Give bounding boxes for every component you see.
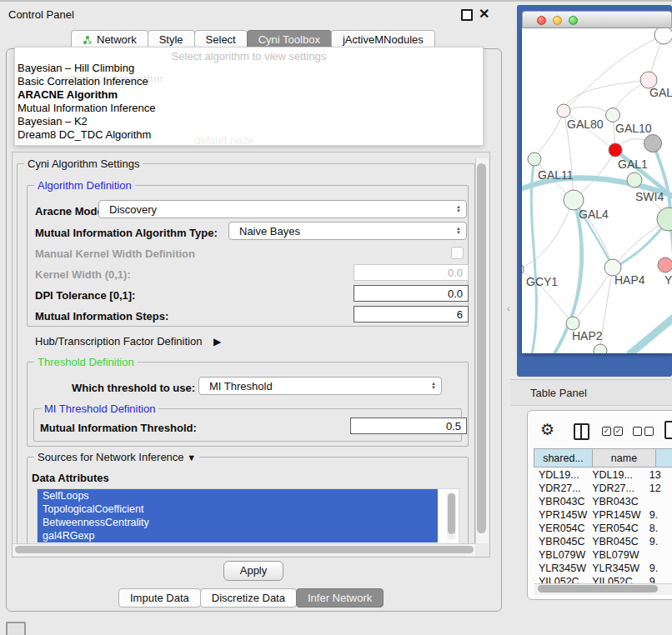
node-label-gal10: GAL10	[615, 122, 652, 135]
splitpane-collapse-icon[interactable]: ‹	[507, 304, 509, 313]
table-row[interactable]: YBR045CYBR045C9.	[534, 535, 672, 548]
table-cell: YBR043C	[534, 495, 588, 508]
manual-kernel-checkbox[interactable]	[451, 247, 464, 259]
tab-discretize-data[interactable]: Discretize Data	[200, 588, 297, 608]
table-cell: YBR045C	[534, 535, 588, 548]
attributes-scrollbar[interactable]	[447, 492, 456, 540]
network-node-y[interactable]	[658, 258, 672, 272]
column-layout-icon[interactable]	[574, 423, 589, 440]
algorithm-select-popup: Select algorithm to view settings Infere…	[14, 47, 484, 146]
expand-right-icon: ▶	[213, 336, 221, 348]
algorithm-option-basic-correlation-inference[interactable]: Basic Correlation Inference	[18, 75, 155, 88]
dpi-tolerance-input[interactable]: 0.0	[354, 285, 469, 302]
hub-factor-expander[interactable]: Hub/Transcription Factor Definition ▶	[35, 335, 221, 348]
table-cell: YLR345W	[534, 562, 588, 575]
tab-impute-data[interactable]: Impute Data	[118, 588, 201, 608]
select-all-checkbox-icon[interactable]: ✓	[614, 427, 623, 436]
control-panel-title: Control Panel	[8, 8, 74, 21]
float-panel-icon[interactable]	[461, 9, 473, 21]
algorithm-option-bayesian-hill-climbing[interactable]: Bayesian – Hill Climbing	[18, 62, 155, 75]
table-row[interactable]: YLR345WYLR345W9.	[534, 562, 672, 575]
table-cell: YBL079W	[534, 548, 588, 562]
table-row[interactable]: YIL052CYIL052C9	[534, 575, 672, 583]
node-label-hap2: HAP2	[572, 329, 603, 342]
algorithm-option-bayesian-k2[interactable]: Bayesian – K2	[18, 115, 155, 128]
node-label-gal1: GAL1	[618, 158, 648, 171]
network-canvas[interactable]: GALGAL80GAL10GAL1GAL11SWI4GAL4GCY1HAP4YH…	[522, 28, 672, 353]
algorithm-option-aracne-algorithm[interactable]: ARACNE Algorithm	[18, 88, 155, 102]
network-node[interactable]	[594, 344, 607, 353]
network-node-gcy1[interactable]	[522, 262, 524, 276]
table-row[interactable]: YBR043CYBR043C	[534, 495, 672, 508]
table-row[interactable]: YDR27...YDR27...12	[534, 482, 672, 495]
settings-horizontal-scrollbar-thumb[interactable]	[15, 546, 474, 553]
table-cell: YDR27...	[534, 482, 588, 495]
network-node-gal11[interactable]	[528, 152, 541, 166]
which-threshold-combobox[interactable]: MI Threshold ▲▼	[198, 377, 442, 395]
close-icon[interactable]: ✕	[479, 6, 489, 22]
manual-kernel-label: Manual Kernel Width Definition	[35, 248, 195, 260]
table-cell: YBR045C	[588, 535, 646, 548]
network-window-titlebar[interactable]	[522, 11, 672, 28]
algorithm-option-dream8-dc-tdc-algorithm[interactable]: Dream8 DC_TDC Algorithm	[18, 128, 155, 142]
kernel-width-input[interactable]: 0.0	[354, 264, 469, 281]
stepper-arrows-icon: ▲▼	[431, 382, 441, 390]
network-node-gal1[interactable]	[609, 143, 622, 157]
mi-threshold-legend: MI Threshold Definition	[41, 402, 158, 415]
network-node-gal10[interactable]	[606, 108, 620, 122]
network-node-hap2[interactable]	[566, 317, 579, 330]
gear-icon[interactable]: ⚙	[540, 420, 554, 439]
attribute-item-betweennesscentrality[interactable]: BetweennessCentrality	[38, 516, 438, 529]
algorithm-option-mutual-information-inference[interactable]: Mutual Information Inference	[18, 102, 155, 115]
sources-legend[interactable]: Sources for Network Inference ▼	[34, 451, 199, 463]
close-traffic-light-icon[interactable]	[537, 16, 546, 25]
export-table-icon[interactable]	[664, 421, 672, 439]
data-attributes-list[interactable]: SelfLoopsTopologicalCoefficientBetweenne…	[37, 488, 459, 545]
table-cell: YER054C	[588, 522, 646, 535]
threshold-definition-legend: Threshold Definition	[34, 356, 138, 368]
table-body: YDL19...YDL19...13YDR27...YDR27...12YBR0…	[534, 468, 672, 583]
apply-button[interactable]: Apply	[223, 561, 283, 581]
attribute-item-topologicalcoefficient[interactable]: TopologicalCoefficient	[38, 502, 438, 516]
select-all-checkbox-icon[interactable]: ✓	[602, 427, 611, 436]
table-row[interactable]: YPR145WYPR145W9.	[534, 508, 672, 522]
aracne-mode-combobox[interactable]: Discovery ▲▼	[98, 200, 467, 218]
table-row[interactable]: YER054CYER054C8.	[534, 522, 672, 535]
attribute-item-selfloops[interactable]: SelfLoops	[38, 489, 438, 502]
table-cell: YDL19...	[588, 468, 646, 482]
attribute-item-gal4rgexp[interactable]: gal4RGexp	[38, 529, 438, 542]
attributes-scrollbar-thumb[interactable]	[448, 493, 455, 534]
mi-threshold-input[interactable]: 0.5	[350, 418, 467, 434]
table-cell	[646, 548, 672, 562]
node-label-gal80: GAL80	[567, 118, 604, 131]
mi-type-value: Naive Bayes	[239, 225, 300, 238]
deselect-all-checkbox-icon[interactable]	[644, 427, 654, 436]
tab-infer-network[interactable]: Infer Network	[296, 588, 384, 608]
minimize-traffic-light-icon[interactable]	[553, 16, 562, 25]
network-node[interactable]	[654, 28, 672, 44]
column-header-name[interactable]: name	[592, 448, 656, 468]
node-label-y: Y	[664, 273, 672, 287]
tab-label: Discretize Data	[212, 588, 285, 608]
table-horizontal-scrollbar-thumb[interactable]	[538, 585, 658, 592]
table-row[interactable]: YDL19...YDL19...13	[534, 468, 672, 482]
window-top-edge	[0, 0, 672, 2]
network-node[interactable]	[644, 135, 662, 152]
attr-items-holder: SelfLoopsTopologicalCoefficientBetweenne…	[38, 489, 459, 542]
table-cell: YPR145W	[534, 508, 588, 522]
settings-vertical-scrollbar-thumb[interactable]	[477, 163, 486, 533]
deselect-all-checkbox-icon[interactable]	[633, 427, 642, 436]
network-node[interactable]	[657, 208, 672, 231]
table-row[interactable]: YBL079WYBL079W	[534, 548, 672, 562]
table-cell: YLR345W	[588, 562, 646, 575]
network-node-gal80[interactable]	[557, 104, 570, 118]
algorithm-definition-legend: Algorithm Definition	[34, 179, 135, 192]
table-cell: 9.	[646, 535, 672, 548]
zoom-traffic-light-icon[interactable]	[569, 16, 578, 25]
mi-steps-input[interactable]: 6	[354, 306, 469, 322]
column-header-shared[interactable]: shared...	[534, 448, 593, 468]
network-node-swi4[interactable]	[627, 172, 642, 188]
mi-type-combobox[interactable]: Naive Bayes ▲▼	[228, 222, 467, 240]
column-header-partial[interactable]	[655, 448, 672, 468]
minimized-panel-icon[interactable]	[6, 622, 26, 635]
